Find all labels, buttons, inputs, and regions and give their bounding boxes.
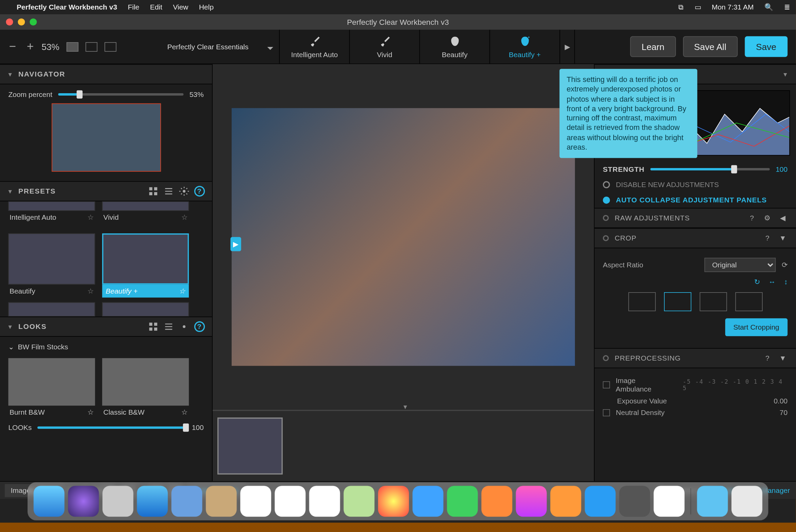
help-icon[interactable]: ? — [194, 186, 205, 196]
preset-item-vivid[interactable]: Vivid☆ — [102, 201, 189, 224]
zoom-in-button[interactable]: + — [24, 40, 37, 53]
dock-mail[interactable] — [171, 486, 202, 517]
presets-header[interactable]: ▼ PRESETS ? — [0, 181, 212, 201]
crop-rotate-icon[interactable]: ⟳ — [782, 261, 787, 269]
looks-subgroup[interactable]: ⌄BW Film Stocks — [8, 340, 203, 353]
dock-launchpad[interactable] — [102, 486, 133, 517]
layout-split-icon[interactable] — [85, 42, 97, 51]
displays-icon[interactable]: ▭ — [695, 3, 701, 11]
preset-item-extra[interactable] — [8, 302, 95, 317]
preprocessing-section[interactable]: PREPROCESSING ? ▼ — [595, 348, 796, 368]
dock-siri[interactable] — [68, 486, 99, 517]
auto-collapse-toggle[interactable]: AUTO COLLAPSE ADJUSTMENT PANELS — [595, 193, 796, 208]
grid-view-icon[interactable] — [148, 321, 159, 332]
minimize-window-button[interactable] — [18, 18, 25, 26]
dock-photobooth[interactable] — [481, 486, 512, 517]
preset-intelligent-auto[interactable]: Intelligent Auto — [280, 30, 350, 64]
help-icon[interactable]: ? — [763, 353, 772, 363]
crop-grid-thirds[interactable] — [664, 292, 691, 311]
zoom-out-button[interactable]: − — [6, 40, 19, 53]
dock-photos[interactable] — [378, 486, 409, 517]
menu-view[interactable]: View — [173, 3, 188, 11]
save-all-button[interactable]: Save All — [683, 36, 737, 57]
image-ambulance-checkbox[interactable] — [603, 381, 610, 388]
layout-single-icon[interactable] — [67, 42, 79, 51]
dock-calendar[interactable] — [240, 486, 271, 517]
menu-help[interactable]: Help — [199, 3, 214, 11]
help-icon[interactable]: ? — [747, 213, 757, 223]
dock-finder[interactable] — [34, 486, 65, 517]
close-window-button[interactable] — [6, 18, 13, 26]
menulist-icon[interactable]: ≣ — [784, 3, 790, 11]
dock-safari[interactable] — [137, 486, 168, 517]
chevron-down-icon[interactable]: ▼ — [778, 353, 787, 363]
help-icon[interactable]: ? — [763, 233, 772, 243]
dock-messages[interactable] — [413, 486, 444, 517]
compare-handle[interactable]: ▶ — [231, 237, 241, 251]
preset-beautify-plus[interactable]: Beautify + — [490, 30, 560, 64]
preset-item-intelligent-auto[interactable]: Intelligent Auto☆ — [8, 201, 95, 224]
maximize-window-button[interactable] — [30, 18, 37, 26]
gear-icon[interactable]: ⚙ — [763, 213, 772, 223]
dock-downloads[interactable] — [697, 486, 728, 517]
crop-grid-none[interactable] — [628, 292, 655, 311]
dock-appstore[interactable] — [585, 486, 616, 517]
rotate-icon[interactable]: ↻ — [754, 278, 760, 286]
more-presets-arrow[interactable]: ▶ — [560, 30, 574, 64]
dock-facetime[interactable] — [447, 486, 478, 517]
star-icon[interactable]: ☆ — [179, 287, 185, 295]
crop-grid-golden[interactable] — [735, 292, 762, 311]
aspect-ratio-select[interactable]: Original — [704, 258, 776, 272]
grid-view-icon[interactable] — [148, 186, 159, 196]
save-button[interactable]: Save — [745, 36, 787, 57]
neutral-density-checkbox[interactable] — [603, 409, 610, 416]
dock-contacts[interactable] — [206, 486, 237, 517]
layout-dual-icon[interactable] — [104, 42, 116, 51]
disable-new-adjustments-toggle[interactable]: DISABLE NEW ADJUSTMENTS — [595, 177, 796, 192]
dock-ibooks[interactable] — [550, 486, 581, 517]
dock-settings[interactable] — [619, 486, 650, 517]
star-icon[interactable]: ☆ — [87, 213, 94, 221]
strength-slider[interactable] — [650, 168, 770, 170]
looks-header[interactable]: ▼ LOOKS ? — [0, 317, 212, 337]
look-item-burnt-bw[interactable]: Burnt B&W☆ — [8, 358, 95, 419]
preset-beautify[interactable]: Beautify — [420, 30, 490, 64]
raw-adjustments-section[interactable]: RAW ADJUSTMENTS ? ⚙ ◀ — [595, 208, 796, 228]
menu-file[interactable]: File — [128, 3, 139, 11]
looks-slider[interactable] — [38, 427, 186, 429]
star-icon[interactable]: ☆ — [181, 213, 188, 221]
dock-pcw[interactable] — [653, 486, 684, 517]
flip-v-icon[interactable]: ↕ — [784, 278, 787, 286]
screenshare-icon[interactable]: ⧉ — [678, 3, 684, 11]
navigator-thumbnail[interactable] — [51, 103, 161, 172]
preset-item-beautify-plus[interactable]: Beautify +☆ — [102, 233, 189, 298]
crop-grid-half[interactable] — [699, 292, 727, 311]
spotlight-icon[interactable]: 🔍 — [764, 3, 773, 11]
chevron-left-icon[interactable]: ◀ — [778, 213, 787, 223]
gear-icon[interactable] — [179, 321, 189, 332]
zoom-slider[interactable] — [58, 93, 183, 96]
dock-notes[interactable] — [275, 486, 306, 517]
list-view-icon[interactable] — [163, 321, 174, 332]
dock-maps[interactable] — [344, 486, 375, 517]
dock-reminders[interactable] — [309, 486, 340, 517]
look-item-classic-bw[interactable]: Classic B&W☆ — [102, 358, 189, 419]
crop-section[interactable]: CROP ? ▼ — [595, 228, 796, 248]
flip-h-icon[interactable]: ↔ — [768, 278, 776, 286]
menubar-clock[interactable]: Mon 7:31 AM — [712, 3, 753, 11]
preset-vivid[interactable]: Vivid — [350, 30, 420, 64]
learn-button[interactable]: Learn — [630, 36, 676, 57]
menu-edit[interactable]: Edit — [150, 3, 162, 11]
list-view-icon[interactable] — [163, 186, 174, 196]
preset-item-extra[interactable] — [102, 302, 189, 317]
help-icon[interactable]: ? — [194, 321, 205, 332]
star-icon[interactable]: ☆ — [87, 287, 94, 295]
app-name[interactable]: Perfectly Clear Workbench v3 — [17, 3, 117, 11]
dock-trash[interactable] — [731, 486, 762, 517]
preset-item-beautify[interactable]: Beautify☆ — [8, 233, 95, 298]
chevron-down-icon[interactable]: ▼ — [778, 233, 787, 243]
main-image[interactable]: ▶ — [232, 108, 575, 366]
navigator-header[interactable]: ▼ NAVIGATOR — [0, 64, 212, 84]
filmstrip-thumb[interactable] — [217, 417, 283, 475]
dock-itunes[interactable] — [516, 486, 547, 517]
